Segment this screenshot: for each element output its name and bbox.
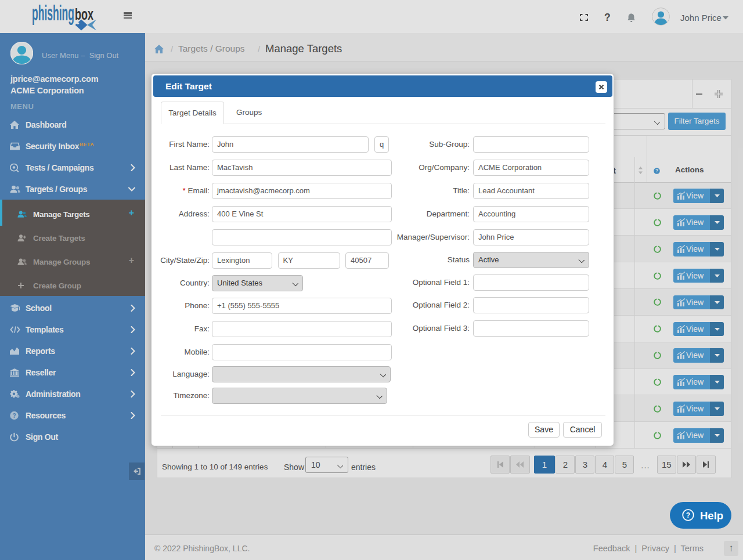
svg-text:?: ? [686,511,690,519]
